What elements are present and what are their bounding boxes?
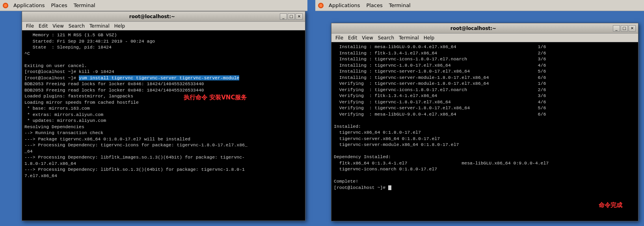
right-window-title: root@localhost:~ <box>334 26 613 31</box>
left-titlebar: root@localhost:~ _ □ ✕ <box>22 11 305 22</box>
right-maximize-button[interactable]: □ <box>621 25 628 32</box>
left-file-menu[interactable]: File <box>24 23 36 29</box>
right-search-menu[interactable]: Search <box>376 35 396 41</box>
left-window-title: root@localhost:~ <box>24 14 280 19</box>
left-close-button[interactable]: ✕ <box>296 13 303 20</box>
right-titlebar: root@localhost:~ _ □ ✕ <box>331 23 638 34</box>
right-terminal-menu[interactable]: Terminal <box>386 2 414 9</box>
right-window-controls: _ □ ✕ <box>613 25 636 32</box>
left-minimize-button[interactable]: _ <box>280 13 287 20</box>
left-terminal-submenu[interactable]: Terminal <box>87 23 112 29</box>
left-annotation: 执行命令 安装VNC服务 <box>184 93 247 101</box>
left-search-menu[interactable]: Search <box>66 23 87 29</box>
left-edit-menu[interactable]: Edit <box>36 23 50 29</box>
left-view-menu[interactable]: View <box>50 23 66 29</box>
left-terminal-text: Memory : 121 M RSS (1.5 GB VSZ) Started:… <box>24 32 303 179</box>
left-terminal-content[interactable]: Memory : 121 M RSS (1.5 GB VSZ) Started:… <box>22 30 305 220</box>
right-close-button[interactable]: ✕ <box>629 25 636 32</box>
right-applications-menu[interactable]: Applications <box>326 2 363 9</box>
left-maximize-button[interactable]: □ <box>288 13 295 20</box>
left-terminal-menu[interactable]: Terminal <box>71 2 99 9</box>
left-window-controls: _ □ ✕ <box>280 13 303 20</box>
right-file-menu[interactable]: File <box>333 35 346 41</box>
right-places-menu[interactable]: Places <box>363 2 385 9</box>
right-menubar: Applications Places Terminal <box>315 0 644 11</box>
left-app-icon <box>2 2 9 9</box>
right-minimize-button[interactable]: _ <box>613 25 620 32</box>
terminal-window-left: root@localhost:~ _ □ ✕ File Edit View Se… <box>22 11 305 221</box>
left-places-menu[interactable]: Places <box>48 2 70 9</box>
left-window-menubar: File Edit View Search Terminal Help <box>22 22 305 30</box>
right-annotation: 命令完成 <box>599 201 622 209</box>
left-menubar: Applications Places Terminal <box>0 0 307 11</box>
right-view-menu[interactable]: View <box>359 35 375 41</box>
svg-point-1 <box>4 4 7 7</box>
right-terminal-submenu[interactable]: Terminal <box>396 35 421 41</box>
right-help-menu[interactable]: Help <box>421 35 437 41</box>
left-applications-menu[interactable]: Applications <box>10 2 48 9</box>
right-window-menubar: File Edit View Search Terminal Help <box>331 34 638 42</box>
terminal-window-right: root@localhost:~ _ □ ✕ File Edit View Se… <box>331 23 638 221</box>
right-terminal-text: Installing : mesa-libGLU-9.0.0-4.el7.x86… <box>334 44 636 191</box>
right-app-icon <box>317 2 325 9</box>
right-terminal-content[interactable]: Installing : mesa-libGLU-9.0.0-4.el7.x86… <box>331 42 638 221</box>
svg-point-3 <box>319 4 322 7</box>
left-help-menu[interactable]: Help <box>112 23 127 29</box>
right-edit-menu[interactable]: Edit <box>346 35 359 41</box>
